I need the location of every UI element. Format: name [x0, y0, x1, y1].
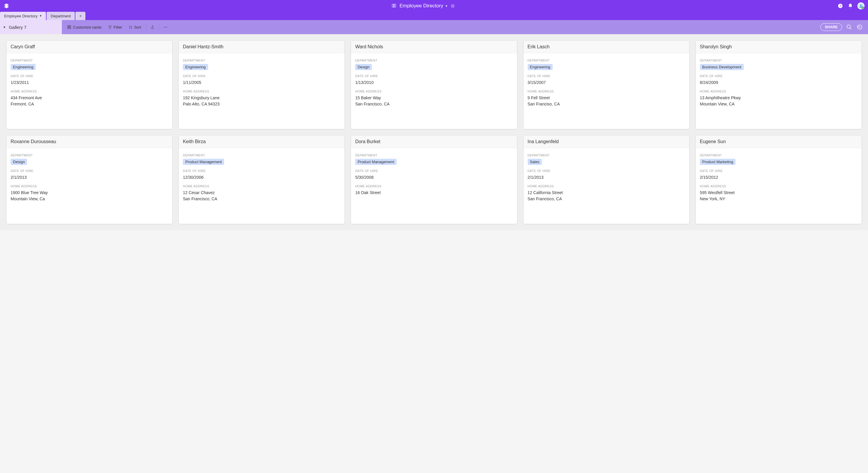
- card-body: DEPARTMENTEngineeringDATE OF HIRE1/11/20…: [179, 53, 344, 113]
- card-body: DEPARTMENTSalesDATE OF HIRE2/1/2013HOME …: [524, 148, 689, 208]
- more-options-button[interactable]: [161, 23, 170, 31]
- share-button[interactable]: SHARE: [820, 23, 842, 31]
- date-of-hire-value: 3/15/2007: [528, 80, 685, 85]
- chevron-down-icon[interactable]: ▼: [445, 4, 448, 8]
- view-switcher[interactable]: ▼ Gallery 7: [0, 20, 62, 34]
- home-address-value: 15 Baker Way San Francisco, CA: [355, 95, 513, 107]
- svg-text:?: ?: [839, 4, 841, 8]
- field-label-date-of-hire: DATE OF HIRE: [355, 169, 513, 173]
- chevron-down-icon: ▼: [39, 14, 42, 18]
- employee-card[interactable]: Roxanne DurousseauDEPARTMENTDesignDATE O…: [6, 136, 172, 224]
- share-export-button[interactable]: [148, 23, 157, 31]
- home-address-value: 434 Fremont Ave Fremont, CA: [10, 95, 168, 107]
- field-label-department: DEPARTMENT: [10, 59, 168, 62]
- tab-employee-directory[interactable]: Employee Directory ▼: [0, 12, 46, 20]
- svg-rect-6: [69, 26, 71, 27]
- svg-rect-7: [68, 27, 69, 29]
- customize-cards-button[interactable]: Customize cards: [64, 23, 104, 31]
- more-horizontal-icon: [163, 25, 168, 29]
- app-logo-icon[interactable]: [3, 3, 9, 9]
- field-label-date-of-hire: DATE OF HIRE: [10, 74, 168, 78]
- tab-department[interactable]: Department: [46, 12, 75, 20]
- filter-label: Filter: [114, 25, 122, 29]
- home-address-value: 192 Kingsbury Lane Palo Alto, CA 94323: [183, 95, 340, 107]
- department-chip: Product Management: [183, 159, 224, 165]
- field-label-department: DEPARTMENT: [700, 59, 858, 62]
- employee-name: Erik Lasch: [524, 41, 689, 53]
- employee-name: Daniel Hantz-Smith: [179, 41, 344, 53]
- card-body: DEPARTMENTDesignDATE OF HIRE1/13/2010HOM…: [351, 53, 517, 113]
- department-chip: Product Management: [355, 159, 396, 165]
- home-address-value: 9 Fell Street San Franciso, CA: [528, 95, 685, 107]
- employee-card[interactable]: Caryn GraffDEPARTMENTEngineeringDATE OF …: [6, 41, 172, 129]
- home-address-value: 12 Cesar Chavez San Francisco, CA: [183, 190, 340, 202]
- card-body: DEPARTMENTEngineeringDATE OF HIRE3/15/20…: [524, 53, 689, 113]
- employee-card[interactable]: Sharolyn SinghDEPARTMENTBusiness Develop…: [696, 41, 862, 129]
- date-of-hire-value: 2/15/2012: [700, 174, 858, 180]
- svg-rect-8: [69, 27, 71, 29]
- employee-card[interactable]: Eugene SunDEPARTMENTProduct MarketingDAT…: [696, 136, 862, 224]
- field-label-home-address: HOME ADDRESS: [10, 184, 168, 188]
- history-icon[interactable]: [856, 24, 863, 31]
- svg-point-11: [166, 27, 167, 27]
- department-chip: Design: [10, 159, 27, 165]
- filter-button[interactable]: Filter: [105, 23, 125, 31]
- info-icon[interactable]: i: [450, 3, 456, 9]
- field-label-date-of-hire: DATE OF HIRE: [700, 169, 858, 173]
- date-of-hire-value: 8/24/2009: [700, 80, 858, 85]
- field-label-home-address: HOME ADDRESS: [528, 90, 685, 93]
- svg-point-9: [164, 27, 164, 27]
- field-label-date-of-hire: DATE OF HIRE: [528, 169, 685, 173]
- filter-icon: [108, 25, 112, 29]
- employee-card[interactable]: Ina LangenfeldDEPARTMENTSalesDATE OF HIR…: [524, 136, 689, 224]
- card-body: DEPARTMENTProduct ManagementDATE OF HIRE…: [351, 148, 517, 202]
- field-label-department: DEPARTMENT: [10, 153, 168, 157]
- employee-card[interactable]: Erik LaschDEPARTMENTEngineeringDATE OF H…: [524, 41, 689, 129]
- date-of-hire-value: 2/1/2013: [528, 174, 685, 180]
- employee-card[interactable]: Keith BirzaDEPARTMENTProduct ManagementD…: [179, 136, 344, 224]
- field-label-department: DEPARTMENT: [528, 153, 685, 157]
- field-label-home-address: HOME ADDRESS: [700, 90, 858, 93]
- home-address-value: 1900 Blue Tree Way Mountain View, Ca: [10, 190, 168, 202]
- employee-name: Ward Nichols: [351, 41, 517, 53]
- employee-card[interactable]: Ward NicholsDEPARTMENTDesignDATE OF HIRE…: [351, 41, 517, 129]
- home-address-value: 595 Westfell Street New York, NY: [700, 190, 858, 202]
- home-address-value: 16 Oak Street: [355, 190, 513, 196]
- home-address-value: 12 California Street San Francisco, CA: [528, 190, 685, 202]
- field-label-home-address: HOME ADDRESS: [183, 90, 340, 93]
- employee-name: Keith Birza: [179, 136, 344, 148]
- notifications-icon[interactable]: [847, 3, 853, 9]
- field-label-department: DEPARTMENT: [355, 59, 513, 62]
- field-label-home-address: HOME ADDRESS: [355, 184, 513, 188]
- search-icon[interactable]: [846, 24, 853, 31]
- employee-name: Dora Burket: [351, 136, 517, 148]
- employee-name: Eugene Sun: [696, 136, 862, 148]
- employee-card[interactable]: Dora BurketDEPARTMENTProduct ManagementD…: [351, 136, 517, 224]
- employee-name: Caryn Graff: [6, 41, 172, 53]
- add-tab-button[interactable]: ＋: [75, 12, 85, 20]
- base-title[interactable]: Employee Directory: [400, 3, 443, 9]
- view-name: Gallery 7: [9, 25, 27, 30]
- date-of-hire-value: 12/30/2006: [183, 174, 340, 180]
- field-label-date-of-hire: DATE OF HIRE: [355, 74, 513, 78]
- employee-name: Sharolyn Singh: [696, 41, 862, 53]
- date-of-hire-value: 1/13/2010: [355, 80, 513, 85]
- field-label-home-address: HOME ADDRESS: [183, 184, 340, 188]
- avatar[interactable]: [858, 2, 865, 9]
- employee-card[interactable]: Daniel Hantz-SmithDEPARTMENTEngineeringD…: [179, 41, 344, 129]
- date-of-hire-value: 2/1/2013: [10, 174, 168, 180]
- field-label-date-of-hire: DATE OF HIRE: [183, 169, 340, 173]
- card-body: DEPARTMENTProduct ManagementDATE OF HIRE…: [179, 148, 344, 208]
- svg-text:i: i: [452, 4, 453, 7]
- field-label-department: DEPARTMENT: [528, 59, 685, 62]
- help-icon[interactable]: ?: [837, 3, 843, 9]
- field-label-home-address: HOME ADDRESS: [528, 184, 685, 188]
- date-of-hire-value: 1/11/2005: [183, 80, 340, 85]
- card-body: DEPARTMENTBusiness DevelopmentDATE OF HI…: [696, 53, 862, 113]
- department-chip: Business Development: [700, 64, 744, 70]
- chevron-down-icon: ▼: [3, 26, 6, 29]
- customize-label: Customize cards: [73, 25, 101, 29]
- sort-button[interactable]: Sort: [126, 23, 144, 31]
- field-label-date-of-hire: DATE OF HIRE: [528, 74, 685, 78]
- card-body: DEPARTMENTDesignDATE OF HIRE2/1/2013HOME…: [6, 148, 172, 208]
